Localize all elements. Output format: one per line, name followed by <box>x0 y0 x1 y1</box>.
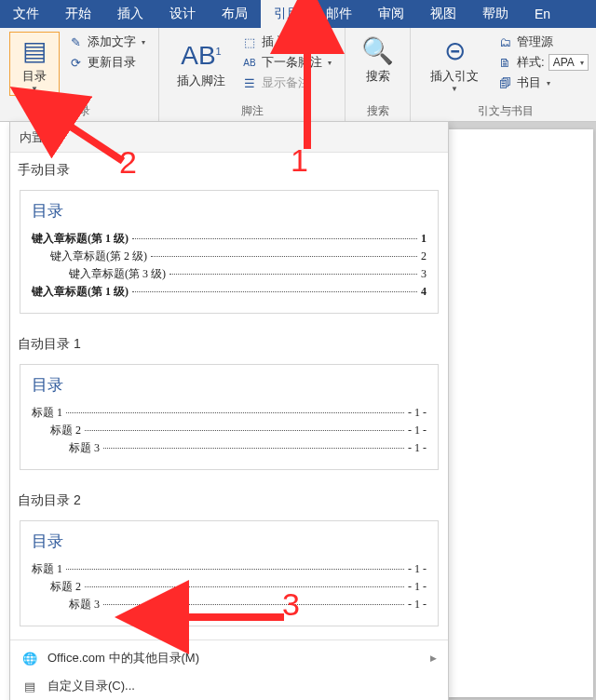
toc-preview-line: 键入章标题(第 1 级)4 <box>32 284 427 300</box>
tab-review[interactable]: 审阅 <box>365 0 417 28</box>
chevron-right-icon: ▶ <box>430 653 437 663</box>
chevron-down-icon: ▾ <box>580 59 584 67</box>
tab-layout[interactable]: 布局 <box>209 0 261 28</box>
annotation-arrow-1 <box>289 9 326 158</box>
update-toc-icon: ⟳ <box>67 56 84 70</box>
annotation-arrow-3 <box>144 603 293 631</box>
update-toc-button[interactable]: ⟳ 更新目录 <box>63 52 149 73</box>
annotation-number-3: 3 <box>282 586 300 623</box>
insert-citation-button[interactable]: ⊝ 插入引文 ▼ <box>420 32 489 96</box>
style-label: 样式: <box>517 54 545 71</box>
group-search-label: 搜索 <box>355 103 400 119</box>
insert-footnote-button[interactable]: AB1 插入脚注 <box>169 32 234 92</box>
document-page[interactable] <box>449 129 593 697</box>
style-select[interactable]: APA ▾ <box>549 54 589 71</box>
search-icon: 🔍 <box>361 38 394 64</box>
custom-toc-icon: ▤ <box>21 680 38 693</box>
search-label: 搜索 <box>366 68 390 85</box>
group-citations: ⊝ 插入引文 ▼ 🗂 管理源 🗎 样式: APA ▾ <box>411 28 596 121</box>
gallery-item-auto2[interactable]: 自动目录 2 <box>10 483 448 515</box>
more-from-office-button[interactable]: 🌐 Office.com 中的其他目录(M) ▶ <box>10 644 448 672</box>
show-notes-icon: ☰ <box>241 76 258 90</box>
tab-extra[interactable]: En <box>522 0 563 28</box>
manage-sources-icon: 🗂 <box>496 35 513 49</box>
update-toc-label: 更新目录 <box>88 54 136 71</box>
tab-insert[interactable]: 插入 <box>104 0 156 28</box>
manage-sources-label: 管理源 <box>517 34 553 50</box>
toc-preview-line: 标题 2- 1 - <box>50 423 427 438</box>
search-button[interactable]: 🔍 搜索 <box>355 32 400 88</box>
toc-preview-line: 标题 1- 1 - <box>32 405 427 421</box>
custom-toc-label: 自定义目录(C)... <box>47 678 135 694</box>
toc-preview-line: 键入章标题(第 2 级)2 <box>50 249 427 264</box>
annotation-arrow-2 <box>30 98 132 172</box>
style-icon: 🗎 <box>496 56 513 70</box>
more-from-office-label: Office.com 中的其他目录(M) <box>47 650 199 666</box>
toc-preview-line: 标题 1- 1 - <box>32 561 427 577</box>
preview-title: 目录 <box>32 374 427 396</box>
document-area <box>449 122 596 700</box>
footnote-icon: AB1 <box>181 38 221 69</box>
toc-button[interactable]: ▤ 目录 ▼ <box>9 32 60 96</box>
chevron-down-icon: ▼ <box>451 85 458 93</box>
bibliography-icon: 🗐 <box>496 76 513 90</box>
style-value: APA <box>553 56 575 69</box>
tab-home[interactable]: 开始 <box>52 0 104 28</box>
toc-preview-line: 标题 2- 1 - <box>50 579 427 595</box>
svg-line-1 <box>41 107 123 161</box>
toc-preview-line: 键入章标题(第 3 级)3 <box>69 266 427 282</box>
chevron-down-icon: ▾ <box>328 59 332 67</box>
toc-button-label: 目录 <box>22 68 47 85</box>
annotation-number-1: 1 <box>291 142 308 179</box>
chevron-down-icon: ▼ <box>31 85 38 93</box>
tab-help[interactable]: 帮助 <box>469 0 522 28</box>
toc-icon: ▤ <box>22 38 47 64</box>
gallery-footer: 🌐 Office.com 中的其他目录(M) ▶ ▤ 自定义目录(C)... ✖… <box>10 639 448 700</box>
tab-design[interactable]: 设计 <box>156 0 209 28</box>
chevron-down-icon: ▾ <box>142 38 145 47</box>
annotation-number-2: 2 <box>119 144 137 181</box>
chevron-down-icon: ▾ <box>547 79 550 88</box>
custom-toc-button[interactable]: ▤ 自定义目录(C)... <box>10 672 448 700</box>
group-search: 🔍 搜索 搜索 <box>345 28 411 121</box>
toc-preview-line: 键入章标题(第 1 级)1 <box>32 231 427 247</box>
add-text-icon: ✎ <box>67 35 84 49</box>
tab-file[interactable]: 文件 <box>0 0 52 28</box>
bibliography-label: 书目 <box>517 74 541 91</box>
next-footnote-icon: AB <box>241 58 258 68</box>
add-text-button[interactable]: ✎ 添加文字 ▾ <box>63 32 149 52</box>
preview-manual[interactable]: 目录 键入章标题(第 1 级)1键入章标题(第 2 级)2键入章标题(第 3 级… <box>20 190 439 314</box>
insert-footnote-label: 插入脚注 <box>177 73 225 89</box>
tab-view[interactable]: 视图 <box>417 0 469 28</box>
endnote-icon: ⬚ <box>241 35 258 49</box>
gallery-item-auto1[interactable]: 自动目录 1 <box>10 327 448 358</box>
bibliography-button[interactable]: 🗐 书目 ▾ <box>493 73 592 93</box>
citation-style-row: 🗎 样式: APA ▾ <box>493 52 592 73</box>
group-citations-label: 引文与书目 <box>420 103 592 119</box>
add-text-label: 添加文字 <box>88 34 136 50</box>
globe-icon: 🌐 <box>21 652 38 666</box>
preview-auto1[interactable]: 目录 标题 1- 1 -标题 2- 1 -标题 3- 1 - <box>20 364 439 470</box>
citation-icon: ⊝ <box>444 38 466 64</box>
preview-title: 目录 <box>32 531 427 552</box>
insert-citation-label: 插入引文 <box>430 68 479 85</box>
preview-title: 目录 <box>32 200 427 222</box>
toc-preview-line: 标题 3- 1 - <box>69 440 427 456</box>
manage-sources-button[interactable]: 🗂 管理源 <box>493 32 592 52</box>
